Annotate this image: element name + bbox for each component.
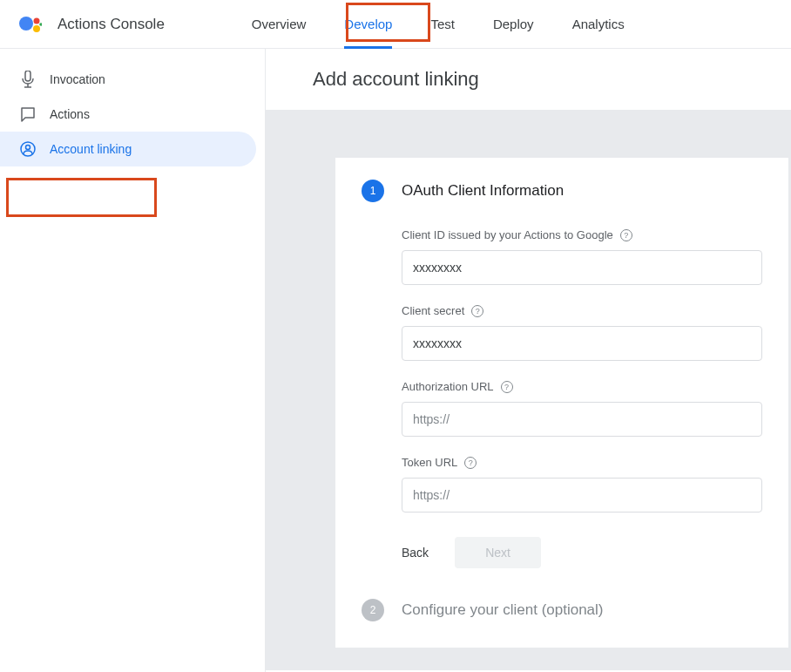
next-button[interactable]: Next: [455, 537, 541, 568]
svg-point-0: [19, 17, 33, 31]
sidebar-item-label: Actions: [50, 107, 90, 121]
main-tabs: Overview Develop Test Deploy Analytics: [252, 0, 625, 49]
client-secret-label: Client secret ?: [402, 304, 762, 317]
field-token-url: Token URL ?: [402, 456, 762, 512]
step-2-number: 2: [362, 599, 384, 621]
assistant-logo: [17, 12, 42, 37]
token-url-label: Token URL ?: [402, 456, 762, 469]
client-id-input[interactable]: [402, 250, 762, 285]
svg-point-1: [34, 17, 40, 24]
sidebar-item-invocation[interactable]: Invocation: [0, 62, 256, 97]
field-client-id: Client ID issued by your Actions to Goog…: [402, 228, 762, 285]
sidebar-item-label: Account linking: [50, 142, 132, 156]
svg-point-2: [33, 25, 40, 32]
oauth-panel: 1 OAuth Client Information Client ID iss…: [335, 158, 788, 648]
help-icon[interactable]: ?: [471, 305, 483, 317]
client-id-label: Client ID issued by your Actions to Goog…: [402, 228, 762, 241]
tab-develop[interactable]: Develop: [344, 0, 392, 49]
chat-icon: [19, 105, 37, 123]
page-title: Add account linking: [313, 68, 791, 91]
content-area: Add account linking 1 OAuth Client Infor…: [266, 49, 791, 672]
token-url-input[interactable]: [402, 478, 762, 512]
app-title: Actions Console: [57, 16, 165, 33]
sidebar-item-account-linking[interactable]: Account linking: [0, 132, 256, 166]
field-client-secret: Client secret ?: [402, 304, 762, 361]
svg-point-8: [26, 146, 30, 150]
person-icon: [19, 140, 37, 158]
sidebar-item-label: Invocation: [50, 72, 105, 86]
tab-analytics[interactable]: Analytics: [572, 0, 625, 49]
mic-icon: [19, 71, 37, 88]
form-fields: Client ID issued by your Actions to Goog…: [402, 228, 762, 568]
app-header: Actions Console Overview Develop Test De…: [0, 0, 791, 49]
step-1-title: OAuth Client Information: [402, 182, 564, 200]
sidebar-item-actions[interactable]: Actions: [0, 97, 256, 132]
help-icon[interactable]: ?: [620, 229, 632, 241]
auth-url-label: Authorization URL ?: [402, 380, 762, 393]
help-icon[interactable]: ?: [464, 457, 477, 469]
client-secret-input[interactable]: [402, 326, 762, 361]
step-2-header: 2 Configure your client (optional): [362, 599, 762, 621]
auth-url-input[interactable]: [402, 402, 762, 437]
tab-overview[interactable]: Overview: [252, 0, 307, 49]
step-1-header: 1 OAuth Client Information: [362, 180, 762, 202]
content-body: 1 OAuth Client Information Client ID iss…: [266, 110, 791, 670]
back-button[interactable]: Back: [402, 537, 429, 568]
step-1-number: 1: [362, 180, 384, 202]
button-row: Back Next: [402, 537, 762, 568]
sidebar: Invocation Actions Account linking: [0, 49, 266, 672]
svg-point-3: [39, 23, 42, 26]
content-header: Add account linking: [266, 49, 791, 110]
help-icon[interactable]: ?: [501, 381, 513, 393]
tab-test[interactable]: Test: [430, 0, 455, 49]
field-auth-url: Authorization URL ?: [402, 380, 762, 437]
svg-rect-4: [25, 71, 30, 81]
step-2-title: Configure your client (optional): [402, 601, 604, 619]
tab-deploy[interactable]: Deploy: [493, 0, 534, 49]
